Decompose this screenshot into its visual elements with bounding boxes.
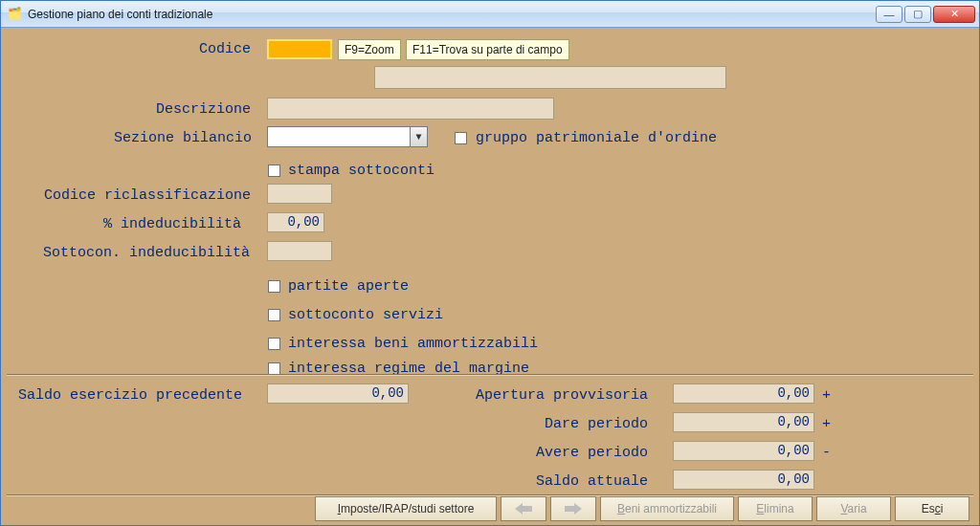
- apertura-provv-display: 0,00: [673, 384, 814, 404]
- f11-find-button[interactable]: F11=Trova su parte di campo: [406, 39, 569, 60]
- label-codice-riclass: Codice riclassificazione: [44, 187, 251, 204]
- sottoconto-servizi-checkbox[interactable]: [268, 309, 280, 321]
- close-button[interactable]: ✕: [933, 6, 975, 23]
- label-apertura-provv: Apertura provvisoria: [476, 387, 648, 404]
- interessa-beni-checkbox[interactable]: [268, 338, 280, 350]
- separator-1: [7, 374, 973, 376]
- avere-sign: -: [822, 445, 831, 461]
- descrizione-input[interactable]: [267, 98, 554, 120]
- codice-input[interactable]: [267, 39, 332, 59]
- app-icon: 🗂️: [7, 7, 22, 22]
- label-saldo-attuale: Saldo attuale: [536, 473, 648, 490]
- title-bar: 🗂️ Gestione piano dei conti tradizionale…: [1, 1, 979, 28]
- label-codice: Codice: [199, 41, 251, 57]
- gruppo-patrimoniale-checkbox[interactable]: [455, 132, 467, 144]
- dare-periodo-display: 0,00: [673, 412, 814, 432]
- label-sezione-bilancio: Sezione bilancio: [114, 130, 252, 146]
- dare-sign: +: [822, 416, 831, 432]
- prev-button[interactable]: [501, 496, 546, 521]
- varia-button[interactable]: Varia: [816, 496, 891, 521]
- pct-inded-input[interactable]: 0,00: [267, 212, 324, 232]
- label-descrizione: Descrizione: [156, 101, 251, 118]
- maximize-button[interactable]: ▢: [904, 6, 931, 23]
- svg-marker-0: [515, 503, 532, 515]
- label-sottocon-inded: Sottocon. indeducibilità: [43, 245, 250, 261]
- label-interessa-beni: interessa beni ammortizzabili: [288, 336, 538, 352]
- bottom-toolbar: Imposte/IRAP/studi settore Beni ammortiz…: [7, 493, 973, 525]
- label-gruppo-patrimoniale: gruppo patrimoniale d'ordine: [476, 130, 717, 146]
- next-button[interactable]: [550, 496, 596, 521]
- sottocon-inded-input[interactable]: [267, 241, 332, 261]
- esci-button[interactable]: Esci: [895, 496, 969, 521]
- label-sottoconto-servizi: sottoconto servizi: [288, 307, 443, 323]
- app-window: 🗂️ Gestione piano dei conti tradizionale…: [0, 0, 980, 526]
- saldo-esercizio-display: 0,00: [267, 384, 409, 404]
- codice-ext-display: [374, 66, 726, 89]
- arrow-right-icon: [565, 503, 582, 515]
- elimina-button[interactable]: Elimina: [738, 496, 813, 521]
- window-title: Gestione piano dei conti tradizionale: [28, 8, 876, 21]
- window-controls: — ▢ ✕: [876, 6, 975, 23]
- partite-aperte-checkbox[interactable]: [268, 280, 280, 293]
- client-area: Codice F9=Zoom F11=Trova su parte di cam…: [1, 28, 979, 525]
- saldo-attuale-display: 0,00: [673, 470, 814, 490]
- codice-riclass-input[interactable]: [267, 184, 332, 204]
- minimize-button[interactable]: —: [876, 6, 902, 23]
- arrow-left-icon: [515, 503, 532, 515]
- f9-zoom-button[interactable]: F9=Zoom: [338, 39, 401, 60]
- stampa-sottoconti-checkbox[interactable]: [268, 164, 280, 177]
- svg-marker-1: [565, 503, 582, 515]
- apertura-sign: +: [822, 387, 831, 404]
- label-pct-inded: % indeducibilità: [103, 216, 241, 232]
- label-stampa-sottoconti: stampa sottoconti: [288, 163, 434, 179]
- label-dare-periodo: Dare periodo: [545, 416, 648, 432]
- beni-button[interactable]: Beni ammortizzabili: [600, 496, 734, 521]
- label-partite-aperte: partite aperte: [288, 278, 409, 295]
- imposte-button[interactable]: Imposte/IRAP/studi settore: [315, 496, 497, 521]
- chevron-down-icon: ▼: [410, 127, 427, 146]
- avere-periodo-display: 0,00: [673, 441, 814, 461]
- label-avere-periodo: Avere periodo: [536, 445, 648, 461]
- sezione-bilancio-select[interactable]: ▼: [267, 126, 428, 147]
- label-saldo-esercizio: Saldo esercizio precedente: [18, 387, 242, 404]
